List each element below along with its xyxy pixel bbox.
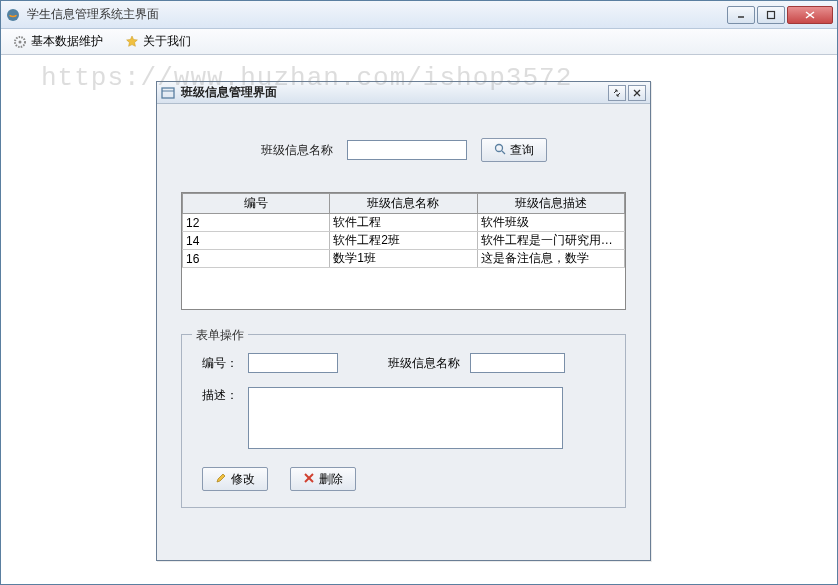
window-icon: [161, 86, 175, 100]
minimize-button[interactable]: [727, 6, 755, 24]
form-row-1: 编号： 班级信息名称: [202, 353, 605, 373]
svg-point-11: [495, 144, 502, 151]
search-button-label: 查询: [510, 142, 534, 159]
main-window: 学生信息管理系统主界面 基本数据维护 关于我们 https://www.huzh…: [0, 0, 838, 585]
table-row[interactable]: 12 软件工程 软件班级: [183, 214, 625, 232]
close-button[interactable]: [787, 6, 833, 24]
form-fieldset: 表单操作 编号： 班级信息名称 描述：: [181, 334, 626, 508]
svg-rect-2: [768, 11, 775, 18]
delete-button-label: 删除: [319, 471, 343, 488]
table-row[interactable]: 16 数学1班 这是备注信息，数学: [183, 250, 625, 268]
col-name[interactable]: 班级信息名称: [330, 194, 477, 214]
internal-title-bar: 班级信息管理界面: [157, 82, 650, 104]
table-row[interactable]: 14 软件工程2班 软件工程是一门研究用工程...: [183, 232, 625, 250]
gear-icon: [13, 35, 27, 49]
id-label: 编号：: [202, 355, 238, 372]
menu-about[interactable]: 关于我们: [119, 31, 197, 52]
name-label: 班级信息名称: [388, 355, 460, 372]
svg-line-12: [502, 151, 505, 154]
col-desc[interactable]: 班级信息描述: [477, 194, 624, 214]
col-id[interactable]: 编号: [183, 194, 330, 214]
search-button[interactable]: 查询: [481, 138, 547, 162]
search-label: 班级信息名称: [261, 142, 333, 159]
svg-rect-7: [162, 88, 174, 98]
internal-maximize-button[interactable]: [608, 85, 626, 101]
menu-basic-data[interactable]: 基本数据维护: [7, 31, 109, 52]
desc-label: 描述：: [202, 387, 238, 404]
search-icon: [494, 143, 506, 158]
star-icon: [125, 35, 139, 49]
pencil-icon: [215, 472, 227, 487]
internal-controls: [608, 85, 646, 101]
delete-button[interactable]: 删除: [290, 467, 356, 491]
window-title: 学生信息管理系统主界面: [27, 6, 727, 23]
modify-button[interactable]: 修改: [202, 467, 268, 491]
form-legend: 表单操作: [192, 327, 248, 344]
form-row-2: 描述：: [202, 387, 605, 449]
menu-about-label: 关于我们: [143, 33, 191, 50]
title-bar: 学生信息管理系统主界面: [1, 1, 837, 29]
desc-input[interactable]: [248, 387, 563, 449]
menu-bar: 基本数据维护 关于我们: [1, 29, 837, 55]
svg-point-6: [19, 40, 22, 43]
workspace: https://www.huzhan.com/ishop3572 班级信息管理界…: [1, 55, 837, 584]
internal-body: 班级信息名称 查询 编号 班级信息名称 班级信息描述: [157, 104, 650, 560]
class-table[interactable]: 编号 班级信息名称 班级信息描述 12 软件工程 软件班级 14: [181, 192, 626, 310]
java-icon: [5, 7, 21, 23]
name-input[interactable]: [470, 353, 565, 373]
modify-button-label: 修改: [231, 471, 255, 488]
search-row: 班级信息名称 查询: [181, 138, 626, 162]
maximize-button[interactable]: [757, 6, 785, 24]
svg-point-0: [7, 9, 19, 21]
delete-icon: [303, 472, 315, 487]
button-row: 修改 删除: [202, 467, 605, 491]
search-input[interactable]: [347, 140, 467, 160]
internal-title: 班级信息管理界面: [181, 84, 608, 101]
window-controls: [727, 6, 833, 24]
internal-close-button[interactable]: [628, 85, 646, 101]
menu-basic-data-label: 基本数据维护: [31, 33, 103, 50]
id-input[interactable]: [248, 353, 338, 373]
class-info-window: 班级信息管理界面 班级信息名称 查询: [156, 81, 651, 561]
